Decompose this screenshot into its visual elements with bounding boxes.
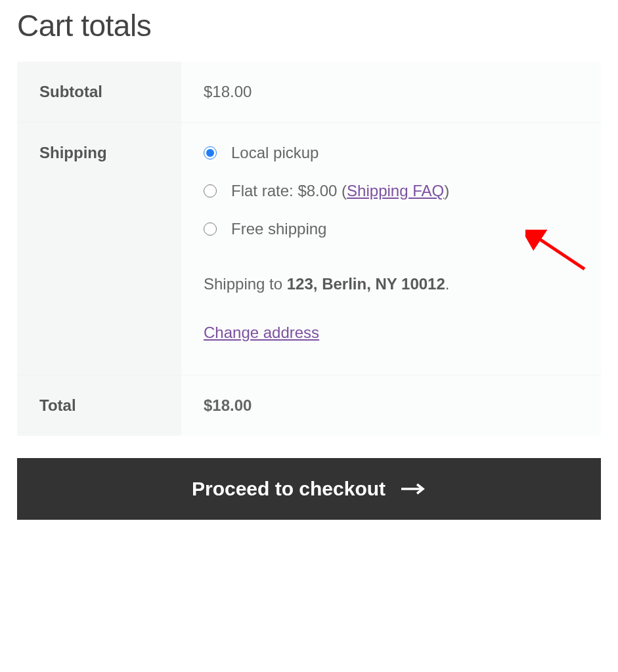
shipping-cell: Local pickup Flat rate: $8.00 (Shipping … [181,123,601,375]
cart-totals-heading: Cart totals [17,8,601,43]
shipping-radio-flat-rate[interactable] [204,184,217,198]
shipping-faq-link[interactable]: Shipping FAQ [347,182,444,200]
cart-totals-section: Cart totals Subtotal $18.00 Shipping Loc… [0,0,618,532]
shipping-destination-prefix: Shipping to [204,275,287,293]
proceed-to-checkout-button[interactable]: Proceed to checkout [17,458,601,520]
subtotal-label: Subtotal [17,62,181,123]
shipping-destination: Shipping to 123, Berlin, NY 10012. [204,272,579,296]
shipping-radio-local-pickup[interactable] [204,146,217,159]
total-label: Total [17,375,181,436]
shipping-destination-suffix: . [445,275,450,293]
shipping-radio-free-shipping[interactable] [204,222,217,236]
total-value: $18.00 [181,375,601,436]
checkout-button-label: Proceed to checkout [192,478,386,500]
shipping-option-label[interactable]: Flat rate: $8.00 (Shipping FAQ) [231,179,449,203]
flat-rate-paren-open: ( [337,182,347,200]
flat-rate-paren-close: ) [444,182,449,200]
subtotal-value: $18.00 [181,62,601,123]
subtotal-row: Subtotal $18.00 [17,62,601,123]
flat-rate-price: $8.00 [298,182,337,200]
shipping-option-free-shipping[interactable]: Free shipping [204,217,579,241]
shipping-option-label[interactable]: Free shipping [231,217,326,241]
change-address-link[interactable]: Change address [204,321,319,345]
shipping-destination-address: 123, Berlin, NY 10012 [287,275,445,293]
arrow-right-icon [400,482,426,495]
total-row: Total $18.00 [17,375,601,436]
shipping-options-list: Local pickup Flat rate: $8.00 (Shipping … [204,141,579,241]
shipping-option-label[interactable]: Local pickup [231,141,319,165]
cart-totals-table: Subtotal $18.00 Shipping Local pickup [17,62,601,436]
shipping-label: Shipping [17,123,181,375]
shipping-row: Shipping Local pickup Flat rate: $8.00 (… [17,123,601,375]
shipping-option-local-pickup[interactable]: Local pickup [204,141,579,165]
shipping-option-flat-rate[interactable]: Flat rate: $8.00 (Shipping FAQ) [204,179,579,203]
flat-rate-prefix: Flat rate: [231,182,298,200]
